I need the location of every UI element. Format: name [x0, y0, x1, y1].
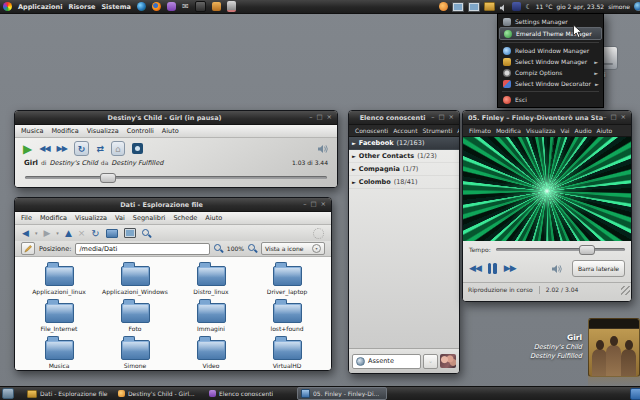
- menu-modifica[interactable]: Modifica: [40, 214, 67, 222]
- forward-button[interactable]: ▶: [43, 228, 50, 238]
- stop-button[interactable]: ×: [78, 228, 86, 238]
- buddy-titlebar[interactable]: Elenco conoscenti – □ ×: [349, 111, 459, 125]
- menu-item-settings-manager[interactable]: Settings Manager: [499, 16, 602, 27]
- menu-controlli[interactable]: Controlli: [127, 127, 154, 135]
- menu-account[interactable]: Account: [393, 127, 417, 134]
- tomboy-launcher-icon[interactable]: [227, 1, 236, 12]
- view-mode-combo[interactable]: Vista a icone ▾: [261, 242, 325, 255]
- menu-item-reload-window-manager[interactable]: Reload Window Manager: [499, 45, 602, 56]
- buddy-group-compagnia[interactable]: ► Compagnia (1/7): [349, 163, 459, 176]
- expander-icon[interactable]: ►: [352, 153, 356, 159]
- folder-item[interactable]: Driver_laptop: [249, 260, 325, 297]
- taskbar-item-buddy-list[interactable]: Elenco conoscenti: [206, 388, 294, 399]
- location-input[interactable]: [75, 243, 209, 255]
- menu-vai[interactable]: Vai: [561, 127, 570, 134]
- close-button[interactable]: ×: [449, 111, 454, 124]
- visualization-canvas[interactable]: [463, 137, 631, 241]
- screenshot-launcher-icon[interactable]: [195, 1, 206, 12]
- up-button[interactable]: ▲: [65, 228, 72, 238]
- tray-app-icon[interactable]: [439, 2, 448, 11]
- search-button[interactable]: [142, 229, 151, 238]
- menu-schede[interactable]: Schede: [173, 214, 197, 222]
- menu-visualizza[interactable]: Visualizza: [87, 127, 119, 135]
- folder-item[interactable]: VirtualHD: [249, 334, 325, 371]
- menu-vai[interactable]: Vai: [115, 214, 125, 222]
- folder-item[interactable]: Applicazioni_Windows: [97, 260, 173, 297]
- close-button[interactable]: ×: [327, 111, 332, 124]
- close-button[interactable]: ×: [621, 111, 626, 124]
- next-button[interactable]: ▶▶: [504, 263, 516, 273]
- home-button[interactable]: [106, 229, 118, 238]
- refresh-button[interactable]: ↻: [91, 228, 99, 239]
- previous-button[interactable]: ◀◀: [469, 263, 481, 273]
- shuffle-button[interactable]: ⇄: [96, 144, 104, 154]
- close-button[interactable]: ×: [321, 198, 326, 211]
- minimize-button[interactable]: –: [303, 198, 306, 211]
- menu-aiuto[interactable]: Aiuto: [597, 127, 613, 134]
- volume-button[interactable]: [551, 259, 563, 278]
- menu-segnalibri[interactable]: Segnalibri: [133, 214, 166, 222]
- menu-aiuto[interactable]: Aiuto: [457, 127, 460, 134]
- maximize-button[interactable]: □: [610, 111, 616, 124]
- taskbar-item-file-manager[interactable]: Dati - Esplorazione file: [24, 388, 112, 399]
- folder-item[interactable]: Applicazioni_linux: [21, 260, 97, 297]
- trash-icon[interactable]: [630, 388, 640, 400]
- menu-item-emerald-theme-manager[interactable]: Emerald Theme Manager: [499, 27, 602, 40]
- zoom-in-button[interactable]: [248, 244, 257, 253]
- menu-aiuto[interactable]: Aiuto: [205, 214, 222, 222]
- minimize-button[interactable]: –: [431, 111, 434, 124]
- buddy-icon-photo[interactable]: [440, 354, 456, 368]
- seek-handle[interactable]: [579, 245, 595, 255]
- totem-titlebar[interactable]: 05. Finley – Finley-Diventerò una Star –…: [463, 111, 631, 125]
- menu-modifica[interactable]: Modifica: [51, 127, 78, 135]
- tray-network-icon[interactable]: [468, 2, 480, 12]
- status-selector[interactable]: Assente: [352, 354, 421, 369]
- firefox-launcher-icon[interactable]: [152, 2, 161, 11]
- menu-applicazioni[interactable]: Applicazioni: [18, 3, 62, 11]
- buddy-group-facebook[interactable]: ► Facebook (12/163): [349, 137, 459, 150]
- folder-item[interactable]: lost+found: [249, 297, 325, 334]
- menu-item-esci[interactable]: Esci: [499, 94, 602, 105]
- menu-sistema[interactable]: Sistema: [101, 3, 130, 11]
- menu-filmato[interactable]: Filmato: [469, 127, 491, 134]
- tray-folder-icon[interactable]: [484, 2, 495, 11]
- expander-icon[interactable]: ►: [352, 166, 356, 172]
- taskbar-item-player[interactable]: Destiny's Child - Girl...: [115, 388, 203, 399]
- fm-titlebar[interactable]: Dati - Esplorazione file – □ ×: [15, 198, 331, 212]
- tray-display-icon[interactable]: [452, 2, 464, 12]
- seek-slider[interactable]: [25, 171, 327, 184]
- resize-grip[interactable]: [621, 286, 630, 295]
- menu-item-select-window-manager[interactable]: Select Window Manager ►: [499, 56, 602, 67]
- expander-icon[interactable]: ►: [352, 179, 356, 185]
- repeat-toggle[interactable]: ↻: [74, 141, 90, 156]
- menu-strumenti[interactable]: Strumenti: [423, 127, 453, 134]
- player-titlebar[interactable]: Destiny's Child - Girl (in pausa) – □ ×: [15, 111, 337, 125]
- computer-button[interactable]: [124, 228, 136, 238]
- menu-item-select-window-decorator[interactable]: Select Window Decorator ►: [499, 78, 602, 89]
- sidebar-toggle-button[interactable]: Barra laterale: [572, 260, 625, 277]
- user-name-label[interactable]: simone: [608, 3, 630, 10]
- show-desktop-button[interactable]: [2, 388, 14, 399]
- buddy-group-other-contacts[interactable]: ► Other Contacts (1/23): [349, 150, 459, 163]
- user-switcher-icon[interactable]: [634, 2, 640, 11]
- menu-risorse[interactable]: Risorse: [68, 3, 95, 11]
- seek-handle[interactable]: [100, 173, 116, 183]
- minimize-button[interactable]: –: [309, 111, 312, 124]
- folder-item[interactable]: Distro_linux: [173, 260, 249, 297]
- maximize-button[interactable]: □: [310, 198, 316, 211]
- mail-launcher-icon[interactable]: ✉: [182, 2, 189, 11]
- taskbar-item-totem[interactable]: 05. Finley - Finley-Di...: [297, 387, 387, 400]
- previous-button[interactable]: ◀◀: [39, 144, 49, 153]
- back-dropdown-icon[interactable]: ▾: [35, 230, 38, 236]
- package-launcher-icon[interactable]: [212, 2, 221, 11]
- menu-file[interactable]: File: [21, 214, 32, 222]
- folder-item[interactable]: Immagini: [173, 297, 249, 334]
- folder-item[interactable]: Video: [173, 334, 249, 371]
- folder-item[interactable]: Foto: [97, 297, 173, 334]
- maximize-button[interactable]: □: [316, 111, 322, 124]
- menu-item-compiz-options[interactable]: Compiz Options ►: [499, 67, 602, 78]
- pause-button[interactable]: [488, 263, 497, 274]
- menu-visualizza[interactable]: Visualizza: [75, 214, 107, 222]
- buddy-group-colombo[interactable]: ► Colombo (18/41): [349, 176, 459, 189]
- dynamic-toggle[interactable]: ⌂: [111, 141, 125, 156]
